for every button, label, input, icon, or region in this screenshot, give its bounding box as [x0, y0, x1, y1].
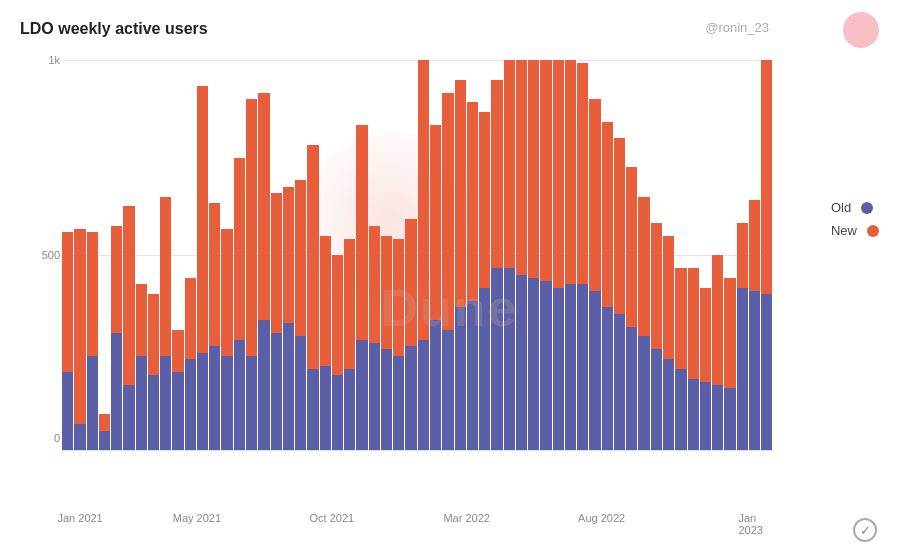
bar-old: [369, 343, 380, 450]
bar-group: [589, 60, 600, 450]
bar-old: [688, 379, 699, 451]
bar-old: [234, 340, 245, 451]
bar-old: [749, 291, 760, 450]
bar-group: [626, 60, 637, 450]
bar-group: [479, 60, 490, 450]
bar-group: [160, 60, 171, 450]
bar-old: [258, 320, 269, 450]
bar-group: [577, 60, 588, 450]
bar-new: [626, 167, 637, 326]
bar-old: [148, 375, 159, 450]
bar-old: [565, 284, 576, 450]
bar-group: [761, 60, 772, 450]
bar-new: [712, 255, 723, 385]
bar-new: [356, 125, 367, 340]
bar-old: [197, 353, 208, 451]
bar-old: [356, 340, 367, 451]
grid-line-0: [62, 450, 772, 451]
bar-new: [565, 60, 576, 284]
bar-group: [675, 60, 686, 450]
bar-new: [148, 294, 159, 375]
bar-group: [258, 60, 269, 450]
bar-group: [307, 60, 318, 450]
attribution-label: @ronin_23: [705, 20, 769, 35]
bar-group: [553, 60, 564, 450]
bar-group: [442, 60, 453, 450]
bar-old: [344, 369, 355, 450]
bar-group: [504, 60, 515, 450]
bar-new: [160, 197, 171, 356]
bar-new: [614, 138, 625, 314]
bar-new: [295, 180, 306, 336]
bar-old: [516, 275, 527, 451]
bar-group: [356, 60, 367, 450]
bar-group: [62, 60, 73, 450]
x-label-oct2021: Oct 2021: [309, 512, 354, 524]
bar-new: [172, 330, 183, 372]
legend-dot-old: [861, 202, 873, 214]
legend: Old New: [831, 200, 879, 238]
bar-old: [442, 330, 453, 450]
bar-group: [172, 60, 183, 450]
bar-group: [651, 60, 662, 450]
bar-new: [136, 284, 147, 356]
bar-new: [700, 288, 711, 382]
bar-new: [602, 122, 613, 307]
bar-new: [62, 232, 73, 372]
bar-new: [283, 187, 294, 324]
bar-old: [393, 356, 404, 450]
bar-new: [418, 60, 429, 340]
bar-new: [111, 226, 122, 333]
bar-group: [246, 60, 257, 450]
bar-old: [405, 346, 416, 450]
x-label-jan2023: Jan 2023: [738, 512, 762, 536]
bar-old: [430, 320, 441, 450]
legend-item-new: New: [831, 223, 879, 238]
bar-group: [540, 60, 551, 450]
y-label-1k: 1k: [48, 54, 60, 66]
legend-label-new: New: [831, 223, 857, 238]
bar-old: [712, 385, 723, 450]
bar-old: [246, 356, 257, 450]
bar-old: [381, 349, 392, 450]
bar-new: [369, 226, 380, 343]
bar-old: [737, 288, 748, 451]
bar-new: [430, 125, 441, 320]
bar-new: [307, 145, 318, 369]
bar-group: [87, 60, 98, 450]
bar-group: [724, 60, 735, 450]
bar-new: [577, 63, 588, 284]
bar-old: [577, 284, 588, 450]
bar-old: [160, 356, 171, 450]
bar-new: [749, 200, 760, 291]
bar-old: [307, 369, 318, 450]
bar-group: [123, 60, 134, 450]
x-label-aug2022: Aug 2022: [578, 512, 625, 524]
bar-new: [271, 193, 282, 333]
legend-label-old: Old: [831, 200, 851, 215]
bar-old: [99, 431, 110, 451]
y-label-0: 0: [54, 432, 60, 444]
legend-item-old: Old: [831, 200, 879, 215]
bar-group: [209, 60, 220, 450]
bar-new: [99, 414, 110, 430]
bar-new: [589, 99, 600, 291]
bar-group: [737, 60, 748, 450]
bar-old: [663, 359, 674, 450]
bar-new: [123, 206, 134, 385]
bar-new: [553, 60, 564, 288]
bar-new: [737, 223, 748, 288]
bar-old: [540, 281, 551, 450]
bar-group: [111, 60, 122, 450]
bar-old: [136, 356, 147, 450]
bar-old: [651, 349, 662, 450]
bar-old: [283, 323, 294, 450]
bar-group: [405, 60, 416, 450]
bars-area: [62, 60, 772, 450]
bar-old: [553, 288, 564, 451]
bar-new: [651, 223, 662, 350]
bar-group: [528, 60, 539, 450]
bar-old: [172, 372, 183, 450]
bar-old: [602, 307, 613, 450]
bar-old: [467, 301, 478, 451]
